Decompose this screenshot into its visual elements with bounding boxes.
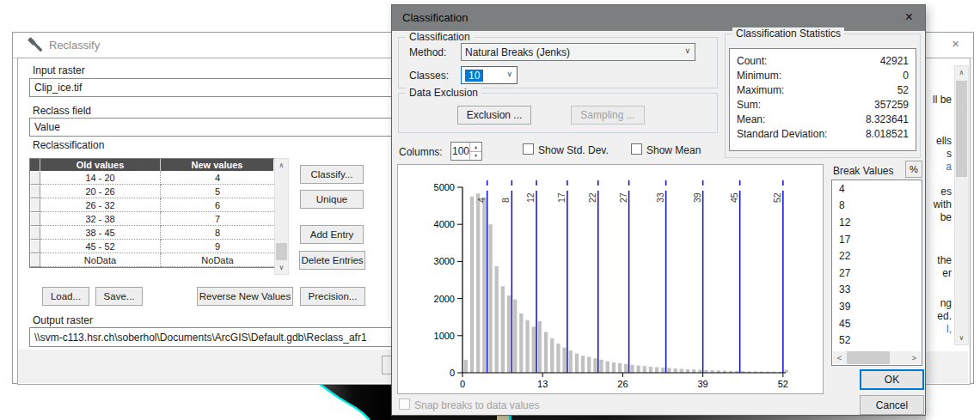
- help-text-fragment: l,: [946, 323, 952, 335]
- load-button[interactable]: Load...: [42, 287, 89, 306]
- percent-button[interactable]: %: [905, 161, 922, 178]
- precision-button[interactable]: Precision...: [300, 287, 365, 306]
- classification-close-icon[interactable]: ×: [905, 9, 913, 25]
- old-values-cell[interactable]: NoData: [40, 253, 161, 267]
- help-scrollbar[interactable]: ∧ ∨: [954, 65, 969, 345]
- sampling-button[interactable]: Sampling ...: [571, 106, 645, 125]
- break-values-items: 481217222733394552: [832, 180, 922, 349]
- break-line-label: 27: [618, 192, 628, 203]
- break-value-item[interactable]: 33: [832, 282, 922, 299]
- classes-combobox[interactable]: 10 ∨: [461, 66, 518, 84]
- break-list-hscrollbar[interactable]: < >: [833, 351, 921, 364]
- exclusion-button[interactable]: Exclusion ...: [457, 106, 531, 125]
- table-scrollbar-thumb[interactable]: [276, 243, 287, 260]
- reclassify-close-icon[interactable]: ×: [952, 36, 959, 51]
- old-values-cell[interactable]: 38 - 45: [40, 226, 161, 240]
- statistic-row: Maximum:52: [730, 82, 916, 97]
- break-value-item[interactable]: 22: [832, 247, 922, 265]
- row-selector[interactable]: [30, 198, 40, 212]
- ok-button[interactable]: OK: [860, 369, 924, 390]
- reverse-new-values-button[interactable]: Reverse New Values: [197, 287, 293, 306]
- snap-breaks-label: Snap breaks to data values: [414, 399, 539, 411]
- table-row[interactable]: 45 - 529: [30, 240, 275, 253]
- classes-label: Classes:: [409, 70, 449, 82]
- break-value-item[interactable]: 17: [832, 231, 922, 248]
- add-entry-button[interactable]: Add Entry: [300, 225, 364, 244]
- chevron-down-icon[interactable]: ∨: [506, 70, 512, 78]
- histogram-bar: [667, 368, 671, 374]
- table-row[interactable]: 26 - 326: [30, 198, 275, 212]
- scroll-left-icon[interactable]: <: [833, 351, 846, 364]
- table-row[interactable]: 32 - 387: [30, 212, 275, 226]
- statistic-label: Count:: [737, 55, 767, 67]
- break-line-label: 22: [587, 192, 597, 203]
- scroll-down-icon[interactable]: ∨: [275, 261, 288, 274]
- break-value-item[interactable]: 52: [832, 332, 922, 349]
- old-values-cell[interactable]: 32 - 38: [40, 212, 161, 226]
- help-text-fragment: er: [942, 267, 952, 279]
- break-value-item[interactable]: 12: [832, 214, 922, 231]
- histogram-bar: [630, 365, 634, 373]
- break-line-label: 12: [525, 192, 536, 203]
- classification-title: Classification: [402, 11, 469, 24]
- save-button[interactable]: Save...: [95, 287, 143, 306]
- histogram-chart: 0100020003000400050000132639524812172227…: [398, 165, 823, 393]
- table-row[interactable]: 20 - 265: [30, 185, 275, 198]
- new-values-cell[interactable]: NoData: [161, 253, 274, 267]
- help-text-fragment: ll be: [933, 94, 952, 106]
- row-selector[interactable]: [30, 253, 40, 267]
- table-header-old-values[interactable]: Old values: [40, 159, 161, 171]
- columns-spinner[interactable]: 100 ▲ ▼: [450, 142, 482, 161]
- table-scrollbar[interactable]: ∧ ∨: [274, 158, 289, 275]
- break-value-item[interactable]: 4: [832, 180, 922, 198]
- method-combobox[interactable]: Natural Breaks (Jenks) ∨: [461, 43, 695, 61]
- histogram-panel[interactable]: 0100020003000400050000132639524812172227…: [397, 164, 824, 394]
- break-values-label: Break Values: [833, 165, 893, 177]
- new-values-cell[interactable]: 7: [161, 212, 274, 226]
- help-scrollbar-thumb[interactable]: [956, 81, 967, 177]
- break-values-list[interactable]: 481217222733394552 < >: [831, 180, 922, 366]
- break-value-item[interactable]: 39: [832, 298, 922, 315]
- table-row[interactable]: 38 - 458: [30, 226, 275, 240]
- old-values-cell[interactable]: 45 - 52: [40, 240, 161, 253]
- classification-titlebar[interactable]: Classification ×: [392, 5, 925, 31]
- old-values-cell[interactable]: 26 - 32: [40, 198, 161, 212]
- histogram-bar: [587, 356, 591, 373]
- spin-down-icon[interactable]: ▼: [470, 151, 481, 160]
- delete-entries-button[interactable]: Delete Entries: [299, 251, 365, 270]
- scroll-down-icon[interactable]: ∨: [955, 332, 968, 344]
- table-row[interactable]: NoDataNoData: [30, 253, 275, 267]
- new-values-cell[interactable]: 9: [161, 240, 274, 253]
- row-selector[interactable]: [30, 171, 40, 185]
- row-selector[interactable]: [30, 240, 40, 253]
- row-selector[interactable]: [30, 226, 40, 240]
- show-mean-checkbox[interactable]: [631, 143, 642, 155]
- new-values-cell[interactable]: 6: [161, 198, 274, 212]
- map-strip-fragment: [391, 416, 926, 420]
- cancel-button[interactable]: Cancel: [860, 395, 924, 415]
- new-values-cell[interactable]: 4: [161, 171, 274, 185]
- scroll-up-icon[interactable]: ∧: [275, 159, 288, 172]
- break-value-item[interactable]: 8: [832, 198, 922, 215]
- chevron-down-icon[interactable]: ∨: [684, 46, 690, 55]
- histogram-bar: [532, 326, 536, 373]
- hscrollbar-thumb[interactable]: [847, 351, 890, 364]
- unique-button[interactable]: Unique: [300, 190, 364, 209]
- break-value-item[interactable]: 45: [832, 315, 922, 332]
- old-values-cell[interactable]: 14 - 20: [40, 171, 161, 185]
- scroll-up-icon[interactable]: ∧: [955, 66, 968, 79]
- new-values-cell[interactable]: 5: [161, 185, 274, 198]
- help-text-fragment: ng: [940, 297, 952, 309]
- row-selector[interactable]: [30, 212, 40, 226]
- old-values-cell[interactable]: 20 - 26: [40, 185, 161, 198]
- show-std-dev-checkbox[interactable]: [523, 143, 534, 155]
- table-header-new-values[interactable]: New values: [161, 159, 273, 171]
- classify-button[interactable]: Classify...: [300, 165, 364, 184]
- snap-breaks-checkbox[interactable]: [399, 399, 410, 410]
- table-row[interactable]: 14 - 204: [30, 171, 275, 185]
- new-values-cell[interactable]: 8: [161, 226, 274, 240]
- reclassification-table[interactable]: Old values New values 14 - 20420 - 26526…: [29, 158, 276, 268]
- row-selector[interactable]: [30, 185, 40, 198]
- break-value-item[interactable]: 27: [832, 265, 922, 282]
- scroll-right-icon[interactable]: >: [908, 351, 921, 364]
